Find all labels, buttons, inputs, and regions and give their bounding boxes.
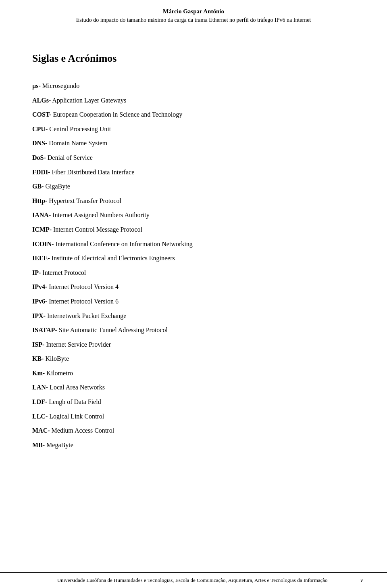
list-item: KB- KiloByte (32, 354, 355, 364)
list-item: FDDI- Fiber Distributed Data Interface (32, 167, 355, 178)
acronym-key: COST- (32, 111, 51, 118)
acronym-key: IPv4- (32, 283, 47, 290)
list-item: DNS- Domain Name System (32, 138, 355, 149)
acronym-key: Http- (32, 197, 47, 204)
list-item: ISP- Internet Service Provider (32, 339, 355, 350)
acronym-definition: International Conference on Information … (54, 241, 192, 247)
list-item: COST- European Cooperation in Science an… (32, 109, 355, 120)
acronym-definition: Internet Service Provider (44, 341, 111, 348)
acronym-definition: Application Layer Gateways (51, 97, 126, 104)
list-item: ICOIN- International Conference on Infor… (32, 239, 355, 249)
acronym-key: IPX- (32, 312, 46, 319)
footer-page-number: v (360, 577, 363, 584)
acronym-definition: Hypertext Transfer Protocol (47, 197, 121, 204)
list-item: IANA- Internet Assigned Numbers Authorit… (32, 210, 355, 220)
acronym-list: µs- MicrosegundoALGs- Application Layer … (32, 81, 355, 450)
acronym-definition: Logical Link Control (48, 413, 104, 420)
list-item: GB- GigaByte (32, 181, 355, 192)
acronym-key: Km- (32, 370, 45, 377)
acronym-definition: KiloByte (44, 355, 69, 362)
acronym-key: MAC- (32, 427, 50, 434)
acronym-definition: Internet Protocol Version 4 (47, 283, 119, 290)
acronym-definition: Internet Protocol Version 6 (47, 298, 119, 305)
list-item: LAN- Local Area Networks (32, 382, 355, 393)
header-author: Márcio Gaspar António (24, 7, 363, 16)
acronym-key: KB- (32, 355, 44, 362)
acronym-definition: MegaByte (45, 442, 73, 448)
acronym-definition: Institute of Electrical and Electronics … (50, 255, 175, 262)
acronym-key: µs- (32, 82, 41, 89)
list-item: CPU- Central Processing Unit (32, 124, 355, 134)
acronym-definition: Kilometro (45, 370, 73, 377)
page-title: Siglas e Acrónimos (32, 52, 355, 65)
acronym-definition: GigaByte (44, 183, 70, 190)
acronym-definition: Site Automatic Tunnel Adressing Protocol (57, 326, 168, 333)
list-item: IPv6- Internet Protocol Version 6 (32, 296, 355, 307)
list-item: LDF- Lengh of Data Field (32, 397, 355, 407)
list-item: IPX- Internetwork Packet Exchange (32, 311, 355, 321)
acronym-definition: Internet Protocol (41, 269, 86, 276)
acronym-key: DNS- (32, 140, 47, 146)
acronym-key: IANA- (32, 211, 51, 218)
list-item: LLC- Logical Link Control (32, 411, 355, 422)
acronym-key: ISATAP- (32, 326, 57, 333)
list-item: MB- MegaByte (32, 440, 355, 450)
acronym-definition: Lengh of Data Field (47, 398, 101, 405)
acronym-key: ISP- (32, 341, 44, 348)
acronym-key: ALGs- (32, 97, 51, 104)
list-item: Http- Hypertext Transfer Protocol (32, 196, 355, 206)
list-item: Km- Kilometro (32, 368, 355, 379)
acronym-definition: European Cooperation in Science and Tech… (51, 111, 182, 118)
list-item: IEEE- Institute of Electrical and Electr… (32, 253, 355, 264)
acronym-definition: Medium Access Control (50, 427, 114, 434)
acronym-definition: Fiber Distributed Data Interface (50, 169, 134, 176)
acronym-definition: Internetwork Packet Exchange (46, 312, 126, 319)
acronym-key: IP- (32, 269, 41, 276)
list-item: ICMP- Internet Control Message Protocol (32, 224, 355, 235)
acronym-key: GB- (32, 183, 44, 190)
acronym-definition: Microsegundo (41, 82, 79, 89)
acronym-key: DoS- (32, 154, 46, 161)
acronym-key: IPv6- (32, 298, 47, 305)
acronym-key: CPU- (32, 126, 48, 132)
list-item: IP- Internet Protocol (32, 268, 355, 278)
list-item: IPv4- Internet Protocol Version 4 (32, 282, 355, 292)
list-item: DoS- Denial of Service (32, 153, 355, 163)
list-item: ISATAP- Site Automatic Tunnel Adressing … (32, 325, 355, 335)
acronym-key: ICOIN- (32, 241, 54, 247)
acronym-definition: Domain Name System (47, 140, 107, 146)
header-subtitle: Estudo do impacto do tamanho máximo da c… (24, 16, 363, 24)
acronym-key: ICMP- (32, 226, 52, 233)
acronym-definition: Internet Assigned Numbers Authority (51, 211, 149, 218)
acronym-key: LDF- (32, 398, 47, 405)
acronym-definition: Denial of Service (46, 154, 93, 161)
acronym-definition: Local Area Networks (48, 384, 105, 391)
main-content: Siglas e Acrónimos µs- MicrosegundoALGs-… (0, 28, 387, 494)
acronym-key: IEEE- (32, 255, 50, 262)
list-item: MAC- Medium Access Control (32, 425, 355, 436)
page-header: Márcio Gaspar António Estudo do impacto … (0, 0, 387, 28)
acronym-key: FDDI- (32, 169, 50, 176)
footer-text: Universidade Lusófona de Humanidades e T… (24, 577, 360, 584)
acronym-definition: Internet Control Message Protocol (52, 226, 142, 233)
page-footer: Universidade Lusófona de Humanidades e T… (0, 572, 387, 588)
acronym-key: LLC- (32, 413, 48, 420)
acronym-key: MB- (32, 442, 45, 448)
acronym-key: LAN- (32, 384, 48, 391)
list-item: µs- Microsegundo (32, 81, 355, 91)
list-item: ALGs- Application Layer Gateways (32, 95, 355, 106)
acronym-definition: Central Processing Unit (48, 126, 111, 132)
